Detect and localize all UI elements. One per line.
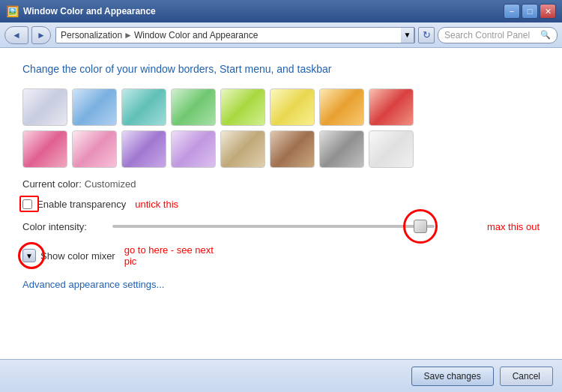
- save-changes-button[interactable]: Save changes: [411, 367, 494, 386]
- intensity-slider-container: [112, 219, 435, 234]
- circle-annotation-mixer: [18, 242, 45, 269]
- minimize-button[interactable]: −: [504, 4, 520, 19]
- swatch-gray[interactable]: [319, 130, 364, 168]
- back-button[interactable]: ◄: [4, 26, 28, 44]
- address-dropdown-button[interactable]: ▼: [401, 27, 414, 43]
- title-bar: 🖼️ Window Color and Appearance − □ ✕: [0, 0, 562, 22]
- search-placeholder: Search Control Panel: [444, 30, 540, 40]
- annotation-goto: go to here - see next pic: [124, 244, 214, 267]
- refresh-icon: ↻: [423, 29, 431, 40]
- breadcrumb-part1: Personalization: [61, 30, 122, 40]
- swatch-white[interactable]: [369, 130, 414, 168]
- advanced-link-row: Advanced appearance settings...: [22, 279, 540, 290]
- search-icon: 🔍: [540, 30, 551, 40]
- swatch-pink[interactable]: [22, 130, 67, 168]
- mixer-row: ▼ Show color mixer go to here - see next…: [22, 244, 540, 267]
- swatches-row-2: [22, 130, 540, 168]
- swatch-teal[interactable]: [121, 88, 166, 126]
- main-content: Change the color of your window borders,…: [0, 48, 562, 359]
- intensity-row: Color intensity: max this out: [22, 219, 540, 234]
- current-color-value: Customized: [85, 178, 136, 190]
- swatch-brown[interactable]: [270, 130, 315, 168]
- swatch-green[interactable]: [171, 88, 216, 126]
- circle-annotation-slider: [403, 209, 438, 244]
- swatch-default[interactable]: [22, 88, 67, 126]
- advanced-appearance-link[interactable]: Advanced appearance settings...: [22, 279, 164, 290]
- swatch-tan[interactable]: [220, 130, 265, 168]
- swatch-red[interactable]: [369, 88, 414, 126]
- bottom-bar: Save changes Cancel: [0, 359, 562, 392]
- swatch-yellow[interactable]: [270, 88, 315, 126]
- intensity-label: Color intensity:: [22, 221, 105, 232]
- checkbox-highlight: [19, 196, 39, 212]
- maximize-button[interactable]: □: [522, 4, 538, 19]
- refresh-button[interactable]: ↻: [418, 27, 435, 43]
- annotation-max: max this out: [487, 221, 540, 232]
- breadcrumb-part2: Window Color and Appearance: [134, 30, 258, 40]
- address-bar: ◄ ► Personalization ► Window Color and A…: [0, 22, 562, 48]
- current-color-label: Current color:: [22, 178, 82, 190]
- swatches-row-1: [22, 88, 540, 126]
- forward-icon: ►: [37, 30, 46, 40]
- dropdown-icon: ▼: [404, 31, 411, 39]
- breadcrumb-sep1: ►: [124, 30, 133, 40]
- address-path[interactable]: Personalization ► Window Color and Appea…: [56, 28, 401, 43]
- current-color-row: Current color: Customized: [22, 178, 540, 190]
- search-box[interactable]: Search Control Panel 🔍: [438, 27, 558, 43]
- title-bar-buttons: − □ ✕: [504, 4, 556, 19]
- swatch-lilac[interactable]: [171, 130, 216, 168]
- intensity-slider-track: [112, 225, 435, 228]
- swatch-blue[interactable]: [72, 88, 117, 126]
- annotation-untick: untick this: [135, 199, 178, 210]
- back-icon: ◄: [12, 30, 21, 40]
- window-icon: 🖼️: [6, 5, 19, 17]
- cancel-button[interactable]: Cancel: [500, 367, 553, 386]
- enable-transparency-label: Enable transparency: [37, 199, 126, 210]
- mixer-label: Show color mixer: [40, 250, 115, 262]
- swatch-lavender[interactable]: [121, 130, 166, 168]
- forward-button[interactable]: ►: [31, 26, 51, 44]
- page-title: Change the color of your window borders,…: [22, 63, 540, 75]
- swatch-lightpink[interactable]: [72, 130, 117, 168]
- swatches-grid: [22, 88, 540, 168]
- swatch-lime[interactable]: [220, 88, 265, 126]
- close-button[interactable]: ✕: [540, 4, 556, 19]
- swatch-orange[interactable]: [319, 88, 364, 126]
- title-bar-text: Window Color and Appearance: [23, 6, 156, 16]
- transparency-row: Enable transparency untick this: [22, 199, 540, 210]
